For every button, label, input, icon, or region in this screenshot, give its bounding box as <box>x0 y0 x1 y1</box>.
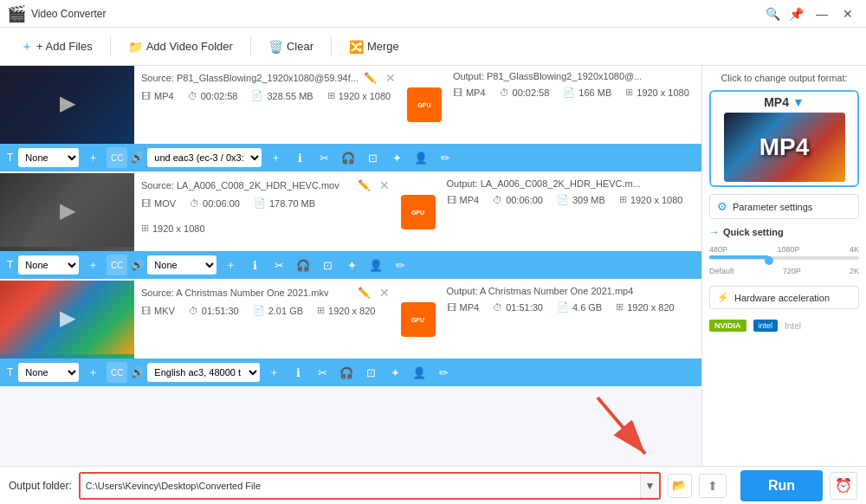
crop-btn-1[interactable]: ⊡ <box>362 147 383 168</box>
pin-icon[interactable]: 📌 <box>789 7 804 21</box>
audio-select-3[interactable]: English ac3, 48000 t <box>147 363 260 382</box>
intel-badge: intel <box>753 320 779 332</box>
watermark-btn-2[interactable]: 👤 <box>365 255 386 275</box>
close-icon-3[interactable]: ✕ <box>379 286 390 300</box>
plus-icon: ＋ <box>21 39 33 55</box>
source-duration-label-2: 00:06:00 <box>203 198 240 209</box>
label-2k: 2K <box>850 267 859 275</box>
toolbar: ＋ + Add Files 📁 Add Video Folder 🗑️ Clea… <box>0 28 866 66</box>
control-bar-3: T None ＋ CC 🔊 English ac3, 48000 t ＋ ℹ ✂… <box>0 359 701 386</box>
source-row-2: Source: LA_A006_C008_2K_HDR_HEVC.mov ✏️ … <box>141 178 390 192</box>
file-row-3: ▶ Source: A Christmas Number One 2021.mk… <box>0 281 701 359</box>
edit-btn-1[interactable]: ✏ <box>435 147 456 168</box>
slider-container[interactable] <box>709 256 859 265</box>
source-label-1: Source: P81_GlassBlowing2_1920x1080@59.9… <box>141 73 359 83</box>
gpu-badge-2: GPU <box>401 195 436 229</box>
file-info-3: Source: A Christmas Number One 2021.mkv … <box>134 281 397 359</box>
source-format-3: 🎞 MKV <box>141 305 175 316</box>
audio-select-1[interactable]: und eac3 (ec-3 / 0x3: <box>147 148 262 167</box>
effect-btn-3[interactable]: ✦ <box>385 362 405 383</box>
effect-btn-2[interactable]: ✦ <box>341 255 362 275</box>
info-btn-3[interactable]: ℹ <box>288 362 308 383</box>
edit-icon-1[interactable]: ✏️ <box>364 72 377 84</box>
info-btn-1[interactable]: ℹ <box>289 147 310 168</box>
crop-btn-3[interactable]: ⊡ <box>360 362 381 383</box>
crop-btn-2[interactable]: ⊡ <box>317 255 338 275</box>
cut-btn-1[interactable]: ✂ <box>313 147 334 168</box>
headphone-btn-1[interactable]: 🎧 <box>338 147 359 168</box>
merge-button[interactable]: 🔀 Merge <box>339 35 410 59</box>
add-audio-3[interactable]: ＋ <box>263 362 284 383</box>
headphone-btn-3[interactable]: 🎧 <box>336 362 357 383</box>
add-audio-1[interactable]: ＋ <box>265 147 286 168</box>
edit-btn-2[interactable]: ✏ <box>390 255 410 275</box>
cut-btn-2[interactable]: ✂ <box>268 255 289 275</box>
clear-button[interactable]: 🗑️ Clear <box>258 35 324 59</box>
close-icon-1[interactable]: ✕ <box>385 71 396 85</box>
clock-icon-2: ⏱ <box>190 198 199 209</box>
export-button[interactable]: ⬆ <box>699 474 727 498</box>
cc-btn-3[interactable]: CC <box>107 362 127 383</box>
format-change-label[interactable]: Click to change output format: <box>709 73 859 83</box>
clock-icon: ⏱ <box>188 91 197 101</box>
headphone-btn-2[interactable]: 🎧 <box>293 255 313 275</box>
subtitle-select-3[interactable]: None <box>18 363 79 382</box>
effect-btn-1[interactable]: ✦ <box>386 147 407 168</box>
output-label-3: Output: A Christmas Number One 2021.mp4 <box>447 286 634 296</box>
app-title: Video Converter <box>31 8 766 20</box>
output-details-2: 🎞 MP4 ⏱ 00:06:00 📄 309 MB ⊞ <box>447 194 695 205</box>
add-files-button[interactable]: ＋ + Add Files <box>10 34 103 60</box>
close-button[interactable]: ✕ <box>837 4 859 23</box>
watermark-btn-1[interactable]: 👤 <box>410 147 431 168</box>
cut-btn-3[interactable]: ✂ <box>312 362 333 383</box>
output-dropdown-btn[interactable]: ▼ <box>640 474 659 498</box>
edit-icon-3[interactable]: ✏️ <box>358 287 371 299</box>
alarm-button[interactable]: ⏰ <box>830 472 857 500</box>
source-label-2: Source: LA_A006_C008_2K_HDR_HEVC.mov <box>141 180 339 191</box>
clear-label: Clear <box>287 40 313 53</box>
quick-setting-icon: → <box>709 226 720 238</box>
source-row-1: Source: P81_GlassBlowing2_1920x1080@59.9… <box>141 71 396 85</box>
search-icon[interactable]: 🔍 <box>766 7 780 21</box>
label-default: Default <box>709 267 734 275</box>
merge-label: Merge <box>367 40 399 53</box>
out-format-icon-3: 🎞 <box>447 302 456 313</box>
out-res-1: ⊞ 1920 x 1080 <box>625 87 689 98</box>
out-clock-icon-3: ⏱ <box>493 302 502 313</box>
out-res-icon-3: ⊞ <box>616 301 624 313</box>
source-format-label-2: MOV <box>154 198 176 209</box>
add-subtitle-2[interactable]: ＋ <box>82 255 103 275</box>
source-size-label-3: 2.01 GB <box>268 306 303 316</box>
hardware-acceleration-button[interactable]: ⚡ Hardware acceleration <box>709 286 859 309</box>
file-list: ▶ Source: P81_GlassBlowing2_1920x1080@59… <box>0 66 701 466</box>
format-box[interactable]: MP4 ▼ MP4 <box>709 90 859 187</box>
minimize-button[interactable]: — <box>811 4 833 23</box>
close-icon-2[interactable]: ✕ <box>379 178 390 192</box>
add-subtitle-1[interactable]: ＋ <box>82 147 103 168</box>
audio-select-2[interactable]: None <box>147 255 216 275</box>
watermark-btn-3[interactable]: 👤 <box>409 362 430 383</box>
parameter-settings-button[interactable]: ⚙ Parameter settings <box>709 194 859 219</box>
text-icon-2: T <box>7 259 13 271</box>
format-thumbnail: MP4 <box>724 113 845 182</box>
file-item-2: ▶ Source: LA_A006_C008_2K_HDR_HEVC.mov ✏… <box>0 173 701 279</box>
trash-icon: 🗑️ <box>268 40 283 54</box>
subtitle-select-2[interactable]: None <box>18 255 79 275</box>
out-size-label: 166 MB <box>578 87 611 98</box>
source-size-label-2: 178.70 MB <box>269 198 315 209</box>
output-path-input[interactable] <box>81 474 640 498</box>
add-subtitle-3[interactable]: ＋ <box>82 362 103 383</box>
run-button[interactable]: Run <box>740 470 823 501</box>
out-duration-1: ⏱ 00:02:58 <box>500 87 550 98</box>
res-icon-2: ⊞ <box>141 223 149 234</box>
cc-btn-1[interactable]: CC <box>107 147 127 168</box>
subtitle-select-1[interactable]: None <box>18 148 79 167</box>
edit-btn-3[interactable]: ✏ <box>433 362 454 383</box>
browse-folder-button[interactable]: 📂 <box>668 474 692 498</box>
edit-icon-2[interactable]: ✏️ <box>358 179 371 191</box>
add-audio-2[interactable]: ＋ <box>220 255 241 275</box>
info-btn-2[interactable]: ℹ <box>244 255 265 275</box>
cc-btn-2[interactable]: CC <box>107 255 127 275</box>
add-folder-button[interactable]: 📁 Add Video Folder <box>118 35 243 59</box>
out-size-2: 📄 309 MB <box>557 194 605 205</box>
